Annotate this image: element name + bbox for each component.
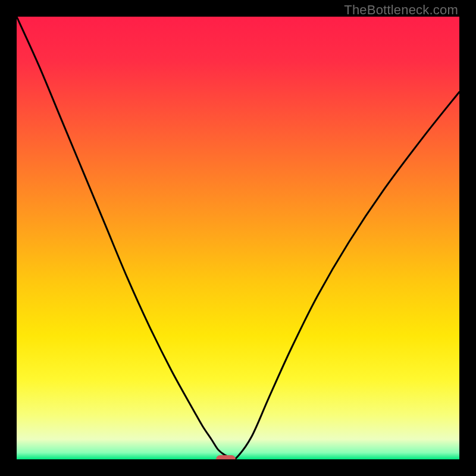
plot-area [17, 17, 459, 459]
optimal-range-marker [216, 455, 236, 459]
bottleneck-curve [17, 17, 459, 459]
watermark-text: TheBottleneck.com [344, 2, 458, 18]
chart-frame: TheBottleneck.com [0, 0, 476, 476]
